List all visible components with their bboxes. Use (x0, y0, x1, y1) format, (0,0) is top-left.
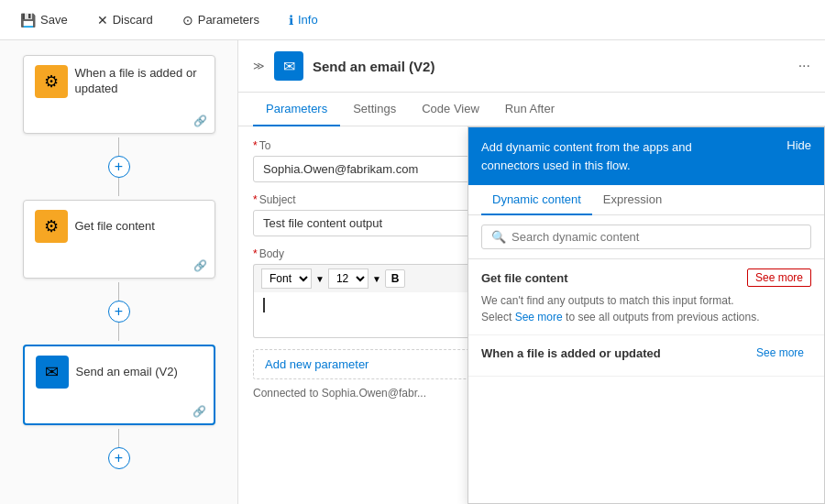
send-email-link-icon: 🔗 (192, 405, 206, 418)
form-area: *To *Subject *Body Font (238, 126, 825, 504)
right-panel: ≫ ✉ Send an email (V2) ··· Parameters Se… (238, 40, 825, 504)
save-button[interactable]: 💾 Save (15, 9, 73, 31)
discard-icon: ✕ (97, 13, 108, 27)
dynamic-content-body: Get file content See more We can't find … (468, 259, 824, 503)
when-file-added-section: When a file is added or updated See more (468, 335, 824, 377)
dynamic-header-text: Add dynamic content from the apps and co… (481, 138, 738, 174)
get-file-label: Get file content (75, 219, 155, 235)
see-more-trigger-button[interactable]: See more (749, 345, 811, 361)
collapse-icon[interactable]: ≫ (253, 60, 265, 72)
flow-step-get-file[interactable]: ⚙ Get file content 🔗 (23, 200, 215, 279)
flow-step-send-email[interactable]: ✉ Send an email (V2) 🔗 (23, 345, 215, 425)
dynamic-content-panel: Add dynamic content from the apps and co… (468, 126, 825, 504)
search-box: 🔍 (481, 225, 811, 249)
trigger-link-icon: 🔗 (193, 115, 207, 127)
section-title-get-file: Get file content (481, 271, 568, 285)
see-more-inline-link[interactable]: See more (515, 311, 563, 323)
search-icon: 🔍 (491, 230, 506, 244)
tab-settings[interactable]: Settings (340, 93, 409, 126)
dynamic-search-input[interactable] (512, 230, 801, 244)
tab-run-after[interactable]: Run After (492, 93, 567, 126)
save-icon: 💾 (20, 13, 36, 27)
get-file-content-section: Get file content See more We can't find … (468, 259, 824, 335)
see-more-get-file-button[interactable]: See more (747, 268, 811, 287)
trigger-icon-box: ⚙ (35, 65, 68, 98)
discard-button[interactable]: ✕ Discard (92, 9, 159, 31)
get-file-link-icon: 🔗 (193, 259, 207, 272)
add-step-3-button[interactable]: + (108, 447, 130, 469)
dynamic-panel-header: Add dynamic content from the apps and co… (468, 127, 824, 185)
send-email-step-icon: ✉ (45, 362, 59, 382)
hide-button[interactable]: Hide (786, 138, 811, 152)
parameters-button[interactable]: ⊙ Parameters (177, 9, 265, 31)
get-file-icon-box: ⚙ (35, 210, 68, 243)
send-email-icon-box: ✉ (36, 356, 69, 389)
toolbar: 💾 Save ✕ Discard ⊙ Parameters ℹ Info (0, 0, 825, 40)
tabs-bar: Parameters Settings Code View Run After (238, 93, 825, 126)
cursor (263, 298, 265, 312)
tab-code-view[interactable]: Code View (409, 93, 492, 126)
action-header-icon: ✉ (283, 58, 295, 75)
connector-3: + (108, 429, 130, 469)
more-options-button[interactable]: ··· (798, 58, 810, 74)
font-size-select[interactable]: 12 (328, 268, 368, 289)
section-desc-get-file: We can't find any outputs to match this … (481, 292, 811, 325)
dynamic-tabs: Dynamic content Expression (468, 185, 824, 215)
search-area: 🔍 (468, 215, 824, 259)
action-header-icon-box: ✉ (274, 51, 303, 81)
action-header: ≫ ✉ Send an email (V2) ··· (238, 40, 825, 93)
get-file-icon: ⚙ (44, 216, 59, 236)
size-dropdown-icon: ▼ (372, 274, 381, 284)
trigger-label: When a file is added or updated (75, 66, 204, 97)
action-title: Send an email (V2) (313, 59, 434, 74)
dynamic-tab-expression[interactable]: Expression (592, 185, 673, 215)
send-email-step-label: Send an email (V2) (76, 365, 178, 380)
parameters-icon: ⊙ (182, 13, 193, 27)
font-dropdown-icon: ▼ (315, 274, 324, 284)
connector-2: + (108, 282, 130, 341)
info-button[interactable]: ℹ Info (283, 9, 324, 31)
tab-parameters[interactable]: Parameters (253, 93, 340, 126)
trigger-icon: ⚙ (44, 71, 59, 92)
add-step-1-button[interactable]: + (108, 156, 130, 178)
font-select[interactable]: Font (261, 268, 312, 289)
connector-1: + (108, 137, 130, 196)
add-step-2-button[interactable]: + (108, 301, 130, 323)
info-icon: ℹ (289, 13, 293, 27)
main-layout: ⚙ When a file is added or updated 🔗 + ⚙ … (0, 40, 825, 504)
section-title-trigger: When a file is added or updated (481, 346, 661, 360)
bold-button[interactable]: B (385, 269, 406, 288)
dynamic-tab-dynamic[interactable]: Dynamic content (481, 185, 592, 215)
flow-step-trigger[interactable]: ⚙ When a file is added or updated 🔗 (23, 55, 215, 134)
flow-canvas: ⚙ When a file is added or updated 🔗 + ⚙ … (0, 40, 238, 504)
